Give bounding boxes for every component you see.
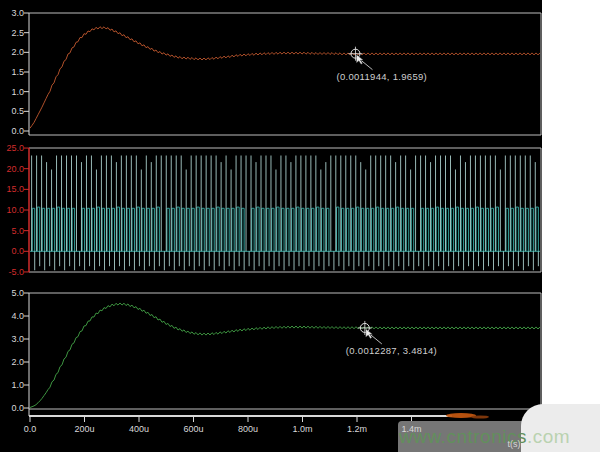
cursor-readout-bottom: (0.0012287, 3.4814): [346, 345, 437, 356]
probe-cursor[interactable]: [348, 47, 372, 70]
cursor-readout-top: (0.0011944, 1.9659): [336, 71, 427, 82]
y-tick-label: 20.0: [0, 164, 24, 174]
x-tick-label: 1.0m: [281, 424, 325, 434]
y-tick-label: 10.0: [0, 205, 24, 215]
y-tick-label: 3.0: [0, 8, 24, 18]
y-tick-label: 3.0: [0, 334, 24, 344]
watermark-text: www.cntronics.com: [399, 426, 570, 447]
y-tick-label: 0.0: [0, 403, 24, 413]
x-tick-label: 0.0: [8, 424, 52, 434]
x-tick-label: 800u: [226, 424, 270, 434]
y-tick-label: 5.0: [0, 288, 24, 298]
pulse-square-wave: [32, 207, 538, 251]
y-tick-label: 1.0: [0, 380, 24, 390]
watermark-text-suffix: .com: [527, 426, 570, 447]
output-response-bottom-trace: [30, 303, 540, 408]
y-tick-label: 0.0: [0, 246, 24, 256]
y-tick-label: 0.0: [0, 126, 24, 136]
y-tick-label: 0.5: [0, 106, 24, 116]
y-tick-label: 1.5: [0, 67, 24, 77]
waveform-viewer: (0.0011944, 1.9659) (0.0012287, 3.4814) …: [0, 0, 600, 452]
x-tick-label: 200u: [63, 424, 107, 434]
x-tick-label: 400u: [117, 424, 161, 434]
y-tick-label: 5.0: [0, 226, 24, 236]
waveform-canvas: [0, 0, 600, 452]
cursor-leader-line: [371, 335, 382, 344]
y-tick-label: 15.0: [0, 184, 24, 194]
y-tick-label: -5.0: [0, 267, 24, 277]
orange-mark-tail: [471, 415, 489, 418]
y-tick-label: 2.5: [0, 28, 24, 38]
output-response-top-trace: [30, 27, 540, 129]
y-tick-label: 2.0: [0, 357, 24, 367]
y-tick-label: 25.0: [0, 143, 24, 153]
x-axis-title: t(s): [496, 439, 532, 449]
cursor-leader-line: [361, 61, 372, 70]
probe-cursor[interactable]: [358, 321, 382, 344]
x-tick-label: 1.2m: [335, 424, 379, 434]
pulse-spikes: [32, 156, 539, 271]
y-tick-label: 1.0: [0, 87, 24, 97]
x-tick-label: 600u: [172, 424, 216, 434]
y-tick-label: 4.0: [0, 311, 24, 321]
y-tick-label: 2.0: [0, 47, 24, 57]
